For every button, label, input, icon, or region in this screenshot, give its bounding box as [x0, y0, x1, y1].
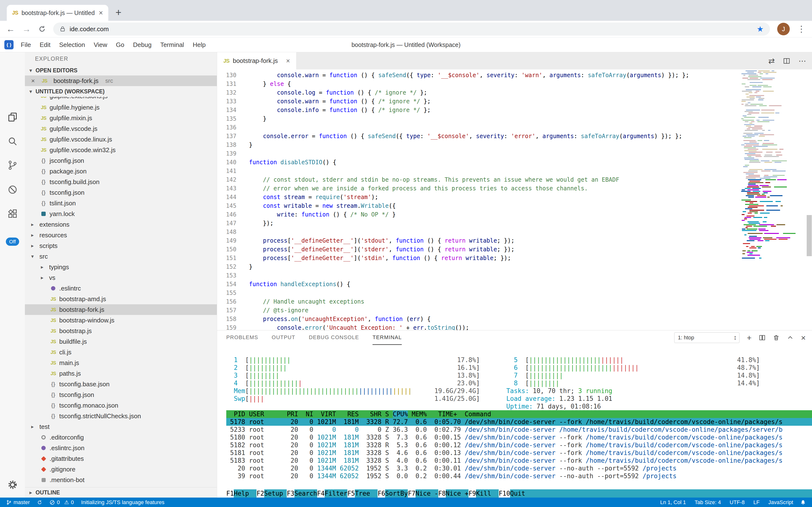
htop-table-header: PID USER PRI NI VIRT RES SHR S CPU% MEM%…	[226, 410, 812, 418]
tree-item-extensions[interactable]: ▸extensions	[25, 219, 217, 230]
open-editors-header[interactable]: ▾ OPEN EDITORS	[25, 65, 217, 75]
split-editor-icon[interactable]	[783, 57, 790, 65]
tab-close-icon[interactable]: ×	[99, 9, 103, 17]
tree-item-gulpfile.mixin.js[interactable]: JSgulpfile.mixin.js	[25, 113, 217, 123]
notifications-bell-icon[interactable]	[800, 500, 806, 505]
sync-item[interactable]	[37, 500, 42, 505]
line-number: 159	[217, 323, 236, 330]
menu-selection[interactable]: Selection	[55, 41, 89, 49]
open-changes-icon[interactable]: ⇄	[768, 56, 775, 65]
tree-item-tsconfig.strictNullChecks.json[interactable]: {}tsconfig.strictNullChecks.json	[25, 411, 217, 421]
tree-item-.mention-bot[interactable]: .mention-bot	[25, 474, 217, 485]
collaboration-off-badge[interactable]: Off	[6, 237, 19, 246]
tree-item-gulpfile.vscode.js[interactable]: JSgulpfile.vscode.js	[25, 123, 217, 134]
kill-terminal-icon[interactable]	[773, 334, 779, 341]
editor-scrollbar[interactable]	[807, 215, 812, 256]
tree-item-resources[interactable]: ▸resources	[25, 230, 217, 240]
tree-item-jsconfig.json[interactable]: {}jsconfig.json	[25, 155, 217, 166]
line-number: 145	[217, 202, 236, 210]
tree-item-vs[interactable]: ▸vs	[25, 272, 217, 283]
avatar[interactable]: J	[777, 23, 790, 35]
tree-item-.gitignore[interactable]: .gitignore	[25, 464, 217, 474]
forward-icon[interactable]: →	[22, 25, 31, 34]
new-terminal-icon[interactable]: +	[747, 334, 752, 342]
problems-item[interactable]: 0 ⚠ 0	[50, 499, 74, 506]
tab-terminal[interactable]: TERMINAL	[373, 330, 402, 345]
terminal[interactable]: 1 [||||||||||| 17.8%] 5 [|||||||||||||||…	[217, 345, 812, 498]
tree-item-paths.js[interactable]: JSpaths.js	[25, 368, 217, 379]
more-actions-icon[interactable]: ⋯	[799, 56, 806, 65]
explorer-icon[interactable]	[5, 110, 20, 124]
tree-item-bootstrap-window.js[interactable]: JSbootstrap-window.js	[25, 315, 217, 326]
tree-item-gulpfile.hygiene.js[interactable]: JSgulpfile.hygiene.js	[25, 102, 217, 113]
tab-close-icon[interactable]: ×	[286, 57, 290, 65]
menu-view[interactable]: View	[89, 41, 112, 49]
tree-item-tsconfig.monaco.json[interactable]: {}tsconfig.monaco.json	[25, 400, 217, 411]
tree-item-scripts[interactable]: ▸scripts	[25, 240, 217, 251]
extensions-icon[interactable]	[5, 207, 20, 221]
new-tab-button[interactable]: +	[112, 6, 125, 19]
tab-problems[interactable]: PROBLEMS	[226, 330, 258, 345]
search-icon[interactable]	[5, 134, 20, 149]
tree-item-gulpfile.vscode.win32.js[interactable]: JSgulpfile.vscode.win32.js	[25, 145, 217, 155]
tree-item-yarn.lock[interactable]: yarn.lock	[25, 209, 217, 219]
tree-item-tsconfig.build.json[interactable]: {}tsconfig.build.json	[25, 177, 217, 187]
reload-icon[interactable]	[38, 25, 46, 33]
tree-item-test[interactable]: ▸test	[25, 421, 217, 432]
settings-gear-icon[interactable]	[5, 477, 20, 492]
tree-item-gulpfile.vscode.linux.js[interactable]: JSgulpfile.vscode.linux.js	[25, 134, 217, 145]
minimap[interactable]	[741, 70, 806, 330]
debug-icon[interactable]	[5, 182, 20, 197]
menu-debug[interactable]: Debug	[129, 41, 156, 49]
editor-tab[interactable]: JS bootstrap-fork.js ×	[217, 52, 297, 69]
address-bar[interactable]: ide.coder.com ★	[53, 22, 770, 36]
tab-debug-console[interactable]: DEBUG CONSOLE	[309, 330, 359, 345]
code-editor[interactable]: 130 console.warn = function () { safeSen…	[217, 69, 812, 330]
tree-item-typings[interactable]: ▸typings	[25, 262, 217, 272]
outline-header[interactable]: ▸ OUTLINE	[25, 487, 217, 498]
tree-item-.eslintrc.json[interactable]: .eslintrc.json	[25, 443, 217, 453]
workspace-header[interactable]: ▾ UNTITLED (WORKSPACE)	[25, 86, 217, 97]
maximize-panel-icon[interactable]	[787, 334, 794, 341]
tree-item-src[interactable]: ▾src	[25, 251, 217, 262]
tab-size[interactable]: Tab Size: 4	[694, 499, 721, 506]
tree-item-cli.js[interactable]: JScli.js	[25, 347, 217, 357]
back-icon[interactable]: ←	[6, 25, 15, 34]
tree-item-bootstrap.js[interactable]: JSbootstrap.js	[25, 326, 217, 336]
menu-go[interactable]: Go	[112, 41, 129, 49]
cursor-position[interactable]: Ln 1, Col 1	[660, 499, 686, 506]
tree-item-tsconfig.json[interactable]: {}tsconfig.json	[25, 389, 217, 400]
tree-item-package.json[interactable]: {}package.json	[25, 166, 217, 177]
close-panel-icon[interactable]: ×	[801, 334, 806, 342]
tree-item-bootstrap-fork.js[interactable]: JSbootstrap-fork.js	[25, 304, 217, 315]
bookmark-star-icon[interactable]: ★	[757, 24, 764, 34]
tree-item-main.js[interactable]: JSmain.js	[25, 357, 217, 368]
terminal-selector[interactable]: 1: htop ▴▾	[674, 332, 740, 343]
tree-item-tsconfig.json[interactable]: {}tsconfig.json	[25, 187, 217, 198]
git-branch-item[interactable]: master	[6, 499, 30, 506]
open-editor-item[interactable]: × JS bootstrap-fork.js src	[25, 75, 217, 86]
close-icon[interactable]: ×	[31, 77, 38, 84]
tree-item-.eslintrc[interactable]: .eslintrc	[25, 283, 217, 294]
encoding[interactable]: UTF-8	[730, 499, 745, 506]
coder-logo[interactable]: { }	[4, 40, 13, 49]
browser-menu-icon[interactable]: ⋮	[797, 24, 806, 34]
tab-output[interactable]: OUTPUT	[272, 330, 295, 345]
tree-item-gulpfile.extensions.js[interactable]: JSgulpfile.extensions.js	[25, 97, 217, 102]
menu-help[interactable]: Help	[188, 41, 210, 49]
tree-item-tsconfig.base.json[interactable]: {}tsconfig.base.json	[25, 379, 217, 389]
tree-item-tslint.json[interactable]: {}tslint.json	[25, 198, 217, 209]
fkey-action: Nice -	[416, 489, 438, 498]
menu-file[interactable]: File	[16, 41, 35, 49]
tree-item-buildfile.js[interactable]: JSbuildfile.js	[25, 336, 217, 347]
language-mode[interactable]: JavaScript	[768, 499, 793, 506]
menu-terminal[interactable]: Terminal	[156, 41, 188, 49]
tree-item-.editorconfig[interactable]: .editorconfig	[25, 432, 217, 443]
browser-tab[interactable]: JS bootstrap-fork.js — Untitled (W ×	[7, 5, 108, 21]
tree-item-bootstrap-amd.js[interactable]: JSbootstrap-amd.js	[25, 294, 217, 304]
menu-edit[interactable]: Edit	[35, 41, 55, 49]
source-control-icon[interactable]	[5, 158, 20, 172]
eol[interactable]: LF	[753, 499, 760, 506]
split-terminal-icon[interactable]	[759, 334, 766, 341]
tree-item-.gitattributes[interactable]: .gitattributes	[25, 453, 217, 464]
